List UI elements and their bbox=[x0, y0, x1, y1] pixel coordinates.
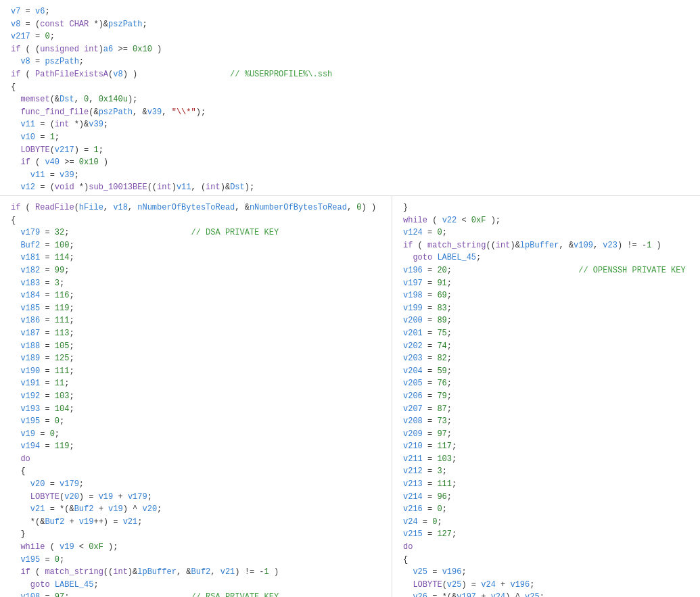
right-code: } while ( v22 < 0xF ); v124 = 0; if ( ma… bbox=[403, 201, 689, 597]
bottom-panels: if ( ReadFile(hFile, v18, nNumberOfBytes… bbox=[0, 196, 700, 597]
right-panel: } while ( v22 < 0xF ); v124 = 0; if ( ma… bbox=[392, 196, 700, 597]
left-panel: if ( ReadFile(hFile, v18, nNumberOfBytes… bbox=[0, 196, 392, 597]
top-panel: v7 = v6; v8 = (const CHAR *)&pszPath; v2… bbox=[0, 0, 700, 196]
code-container: v7 = v6; v8 = (const CHAR *)&pszPath; v2… bbox=[0, 0, 700, 597]
top-code: v7 = v6; v8 = (const CHAR *)&pszPath; v2… bbox=[11, 5, 689, 196]
left-code: if ( ReadFile(hFile, v18, nNumberOfBytes… bbox=[11, 201, 381, 597]
